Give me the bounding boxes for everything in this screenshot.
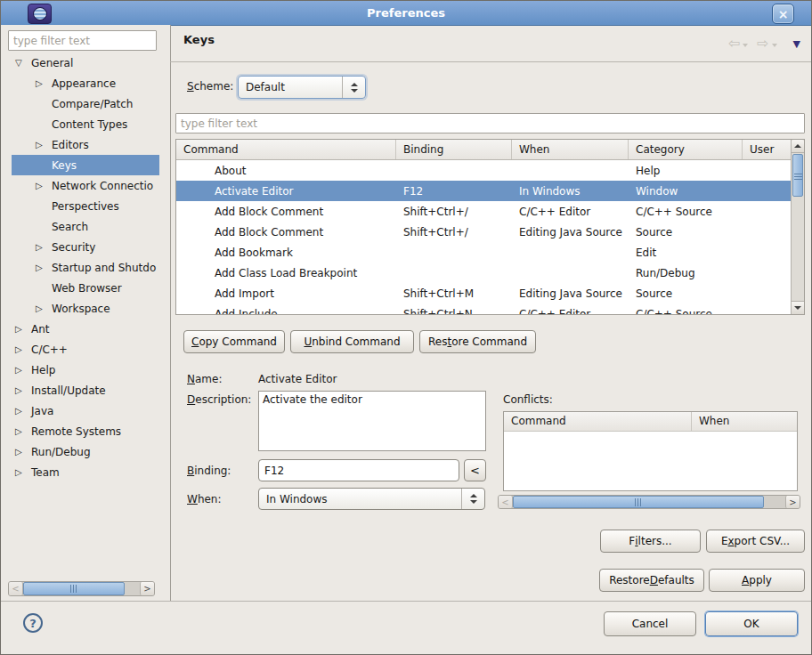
sidebar-item-run-debug[interactable]: ▷ Run/Debug	[12, 441, 159, 462]
table-scrollbar-thumb[interactable]	[792, 154, 803, 197]
bindings-table: Command Binding When Category User About…	[175, 139, 805, 315]
tree-expander-icon[interactable]: ▷	[36, 181, 48, 190]
sidebar-item-keys[interactable]: Keys	[12, 155, 159, 175]
back-icon[interactable]: ⇦	[728, 36, 740, 51]
restore-command-button[interactable]: Restore Command	[419, 330, 536, 353]
page-header: Keys ⇦ ⇨ ▼	[170, 25, 811, 62]
sidebar-item-content-types[interactable]: Content Types	[12, 114, 159, 134]
scroll-down-icon[interactable]	[792, 301, 804, 314]
forward-icon[interactable]: ⇨	[757, 36, 768, 51]
page-nav: ⇦ ⇨ ▼	[728, 36, 800, 51]
cell-command: Add Include	[176, 308, 396, 315]
forward-dropdown-icon[interactable]	[772, 44, 777, 47]
sidebar-item-network-connectio[interactable]: ▷ Network Connectio	[12, 175, 159, 196]
combo-spinner-icon	[343, 83, 365, 93]
binding-input[interactable]	[258, 459, 459, 481]
ok-button[interactable]: OK	[705, 611, 798, 636]
sidebar-item-team[interactable]: ▷ Team	[12, 462, 159, 482]
column-header-user[interactable]: User	[743, 140, 791, 159]
unbind-command-button[interactable]: Unbind Command	[290, 330, 414, 353]
table-row[interactable]: Add Block Comment Shift+Ctrl+/ C/C++ Edi…	[176, 201, 791, 222]
tree-expander-icon[interactable]: ▷	[15, 406, 28, 416]
sidebar-item-install-update[interactable]: ▷ Install/Update	[12, 380, 159, 400]
sidebar-item-c-c-[interactable]: ▷ C/C++	[12, 339, 159, 360]
apply-button[interactable]: Apply	[709, 569, 805, 592]
table-row[interactable]: Add Include Shift+Ctrl+N C/C++ Editor C/…	[176, 303, 791, 314]
table-row[interactable]: Add Block Comment Shift+Ctrl+/ Editing J…	[176, 222, 791, 242]
tree-expander-icon[interactable]: ▷	[15, 385, 28, 395]
sidebar-scrollbar-thumb[interactable]	[23, 582, 125, 595]
scroll-right-icon[interactable]: >	[140, 582, 154, 595]
tree-expander-icon[interactable]: ▷	[15, 426, 28, 436]
table-row[interactable]: Activate Editor F12 In Windows Window	[176, 181, 791, 201]
copy-command-button[interactable]: Copy Command	[183, 330, 285, 353]
scroll-left-icon[interactable]: <	[499, 496, 513, 508]
bindings-table-vertical-scrollbar[interactable]	[791, 140, 804, 314]
binding-history-button[interactable]: <	[464, 459, 486, 481]
column-header-binding[interactable]: Binding	[396, 140, 512, 159]
sidebar-item-workspace[interactable]: ▷ Workspace	[12, 298, 159, 319]
restore-defaults-button[interactable]: Restore Defaults	[599, 569, 704, 592]
column-header-when[interactable]: When	[512, 140, 629, 159]
table-row[interactable]: Add Bookmark Edit	[176, 242, 791, 263]
titlebar[interactable]: Preferences ×	[1, 1, 811, 26]
column-header-command[interactable]: Command	[176, 140, 396, 159]
tree-expander-icon[interactable]: ▽	[15, 58, 28, 68]
tree-expander-icon[interactable]: ▷	[36, 140, 48, 150]
tree-expander-icon[interactable]: ▷	[15, 447, 28, 457]
filters-button[interactable]: Filters...	[600, 530, 701, 553]
cancel-button[interactable]: Cancel	[604, 611, 696, 636]
tree-expander-icon[interactable]: ▷	[15, 467, 28, 477]
scroll-up-icon[interactable]	[792, 140, 804, 153]
scrollbar-track[interactable]	[125, 582, 140, 595]
description-textarea[interactable]: Activate the editor	[258, 391, 486, 451]
scroll-left-icon[interactable]: <	[9, 582, 23, 595]
tree-expander-icon[interactable]: ▷	[15, 344, 28, 354]
conflicts-horizontal-scrollbar[interactable]: < >	[498, 495, 800, 509]
table-row[interactable]: About Help	[176, 160, 791, 181]
sidebar-item-compare-patch[interactable]: Compare/Patch	[12, 93, 159, 114]
scroll-right-icon[interactable]: >	[785, 496, 800, 508]
column-header-category[interactable]: Category	[629, 140, 743, 159]
scrollbar-track[interactable]	[764, 496, 785, 508]
sidebar-item-label: Search	[52, 221, 88, 233]
sidebar-item-web-browser[interactable]: Web Browser	[12, 278, 159, 298]
sidebar-item-remote-systems[interactable]: ▷ Remote Systems	[12, 421, 159, 441]
sidebar-item-java[interactable]: ▷ Java	[12, 400, 159, 421]
scheme-select[interactable]: Default	[238, 76, 366, 99]
sidebar-item-ant[interactable]: ▷ Ant	[12, 319, 159, 339]
sidebar-item-startup-and-shutdo[interactable]: ▷ Startup and Shutdo	[12, 257, 159, 278]
conflicts-column-when[interactable]: When	[692, 412, 797, 431]
sidebar-item-security[interactable]: ▷ Security	[12, 237, 159, 257]
command-filter-input[interactable]	[175, 113, 805, 133]
sidebar-filter-input[interactable]	[8, 30, 157, 51]
sidebar-item-general[interactable]: ▽ General	[12, 53, 159, 73]
sidebar-item-search[interactable]: Search	[12, 216, 159, 237]
table-row[interactable]: Add Class Load Breakpoint Run/Debug	[176, 263, 791, 283]
sidebar-item-perspectives[interactable]: Perspectives	[12, 196, 159, 216]
table-row[interactable]: Add Import Shift+Ctrl+M Editing Java Sou…	[176, 283, 791, 303]
close-button[interactable]: ×	[772, 4, 794, 24]
tree-expander-icon[interactable]: ▷	[36, 78, 48, 88]
view-menu-icon[interactable]: ▼	[793, 39, 800, 49]
sidebar-horizontal-scrollbar[interactable]: < >	[8, 581, 155, 596]
export-csv-button[interactable]: Export CSV...	[706, 530, 805, 553]
sidebar-item-help[interactable]: ▷ Help	[12, 360, 159, 380]
tree-expander-icon[interactable]: ▷	[36, 303, 48, 313]
scrollbar-track[interactable]	[792, 198, 804, 301]
back-dropdown-icon[interactable]	[743, 44, 748, 47]
cell-command: Add Bookmark	[176, 247, 396, 259]
tree-expander-icon[interactable]: ▷	[15, 365, 28, 375]
tree-expander-icon[interactable]: ▷	[15, 324, 28, 334]
help-button[interactable]: ?	[23, 613, 43, 633]
conflicts-scrollbar-thumb[interactable]	[513, 496, 764, 508]
binding-label: Binding:	[187, 465, 231, 477]
tree-expander-icon[interactable]: ▷	[36, 242, 48, 252]
cell-when: Editing Java Source	[512, 226, 629, 239]
when-select[interactable]: In Windows	[258, 488, 485, 510]
sidebar-item-editors[interactable]: ▷ Editors	[12, 134, 159, 155]
cell-category: Window	[629, 185, 743, 198]
conflicts-column-command[interactable]: Command	[504, 412, 692, 431]
tree-expander-icon[interactable]: ▷	[36, 263, 48, 272]
sidebar-item-appearance[interactable]: ▷ Appearance	[12, 73, 159, 93]
